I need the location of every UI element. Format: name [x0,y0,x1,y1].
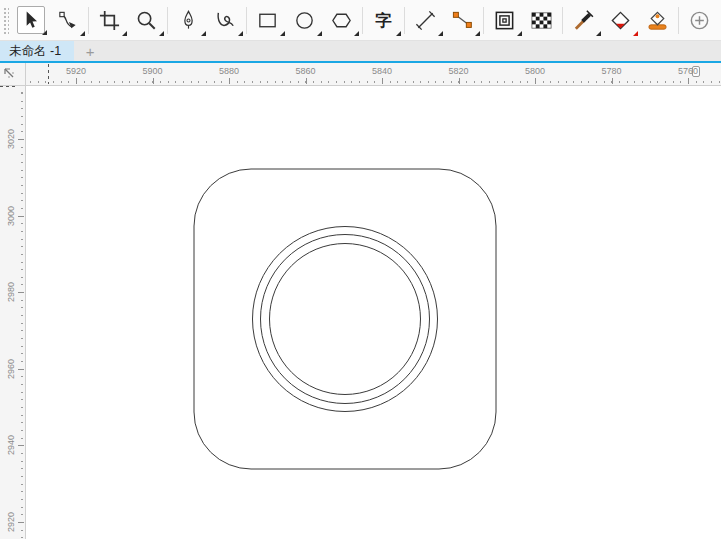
toolbar-separator [404,7,405,34]
ruler-major-tick [18,369,24,370]
workspace: 592059005880586058405820580057805760 302… [0,63,721,539]
ruler-unit-label: 5860 [295,67,315,76]
ruler-major-tick [382,78,383,84]
document-tab-untitled[interactable]: 未命名 -1 [0,41,74,61]
page-boundary-marker-vertical [48,64,49,84]
ruler-major-tick [76,78,77,84]
connector-tool-icon [451,9,474,32]
app-window: 未命名 -1 + 5920590058805860584058205800578… [0,0,721,539]
circle-shape[interactable] [270,244,421,395]
toolbar-separator [246,7,247,34]
pick-tool-button[interactable] [17,6,45,34]
dimension-tool-icon [414,9,437,32]
ruler-unit-label: 2960 [7,357,16,381]
ruler-unit-label: 2940 [7,433,16,457]
ruler-major-tick [18,445,24,446]
rectangle-tool-button[interactable] [254,6,282,34]
ruler-origin-corner[interactable] [0,63,26,86]
toolbar-drag-handle[interactable] [2,6,9,34]
bspline-tool-button[interactable] [212,6,240,34]
concentric-circles[interactable] [253,227,438,412]
circle-shape[interactable] [253,227,438,412]
drawing-surface[interactable] [27,87,721,539]
horizontal-ruler[interactable]: 592059005880586058405820580057805760 [26,63,721,86]
ruler-unit-label: 2980 [7,280,16,304]
ruler-unit-label: 3000 [7,204,16,228]
ruler-unit-label: 5800 [525,67,545,76]
add-tool-button[interactable] [686,6,714,34]
text-tool-icon [372,9,395,32]
ellipse-tool-button[interactable] [291,6,319,34]
ellipse-tool-icon [293,9,316,32]
ruler-unit-label: 5900 [142,67,162,76]
ruler-unit-label: 5760 [678,67,698,76]
toolbar-separator [483,7,484,34]
toolbar-separator [88,7,89,34]
horizontal-ruler-minor-ticks [26,81,721,83]
dimension-tool-button[interactable] [412,6,440,34]
ruler-origin-icon [2,66,16,80]
ruler-major-tick [18,522,24,523]
polygon-tool-button[interactable] [328,6,356,34]
crop-tool-button[interactable] [96,6,124,34]
ruler-major-tick [229,78,230,84]
eyedropper-tool-icon [572,9,595,32]
ruler-major-tick [612,78,613,84]
toolbar-separator [167,7,168,34]
ruler-major-tick [306,78,307,84]
toolbar-separator [562,7,563,34]
transparency-tool-button[interactable] [528,6,556,34]
vertical-ruler-minor-ticks [21,86,23,539]
eyedropper-tool-button[interactable] [570,6,598,34]
crop-tool-icon [98,9,121,32]
smartfill-tool-button[interactable] [644,6,672,34]
ruler-major-tick [18,139,24,140]
ruler-unit-label: 5780 [601,67,621,76]
connector-tool-button[interactable] [449,6,477,34]
ruler-unit-label: 5820 [448,67,468,76]
ruler-unit-label: 2920 [7,510,16,534]
fill-tool-button[interactable] [607,6,635,34]
rectangle-tool-icon [256,9,279,32]
bspline-tool-icon [214,9,237,32]
pen-tool-icon [177,9,200,32]
pick-tool-icon [19,9,42,32]
new-document-tab-button[interactable]: + [74,41,106,61]
ruler-major-tick [18,216,24,217]
add-tool-icon [688,9,711,32]
smartfill-tool-icon [646,9,669,32]
document-tab-label: 未命名 -1 [9,43,61,60]
zoom-tool-button[interactable] [133,6,161,34]
toolbox [0,0,721,41]
zoom-tool-icon [135,9,158,32]
document-tabbar: 未命名 -1 + [0,41,721,61]
ruler-unit-label: 5840 [372,67,392,76]
ruler-unit-label: 3020 [7,127,16,151]
ruler-major-tick [18,292,24,293]
contour-tool-icon [493,9,516,32]
page-boundary-marker-horizontal [0,86,18,87]
ruler-unit-label: 5880 [219,67,239,76]
text-tool-button[interactable] [370,6,398,34]
transparency-tool-icon [530,9,553,32]
ruler-unit-label: 5920 [66,67,86,76]
ruler-major-tick [688,78,689,84]
shape-tool-icon [56,9,79,32]
ruler-major-tick [535,78,536,84]
drawing-canvas[interactable] [27,87,721,539]
toolbar-separator [678,7,679,34]
ruler-major-tick [459,78,460,84]
circle-shape[interactable] [261,235,430,404]
vertical-ruler[interactable]: 302030002980296029402920 [0,86,26,539]
rounded-square-shape[interactable] [194,169,496,469]
polygon-tool-icon [330,9,353,32]
contour-tool-button[interactable] [491,6,519,34]
pen-tool-button[interactable] [175,6,203,34]
toolbar-separator [362,7,363,34]
ruler-major-tick [153,78,154,84]
shape-tool-button[interactable] [54,6,82,34]
fill-tool-icon [609,9,632,32]
